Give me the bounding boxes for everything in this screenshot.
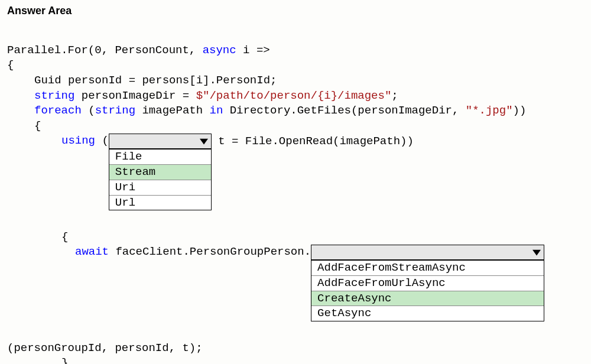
- code-block: Parallel.For(0, PersonCount, async i => …: [7, 28, 584, 364]
- code-line-8: {: [7, 230, 68, 243]
- dropdown-option-url[interactable]: Url: [109, 196, 211, 210]
- code-line-3: Guid personId = persons[i].PersonId;: [7, 74, 277, 87]
- svg-marker-0: [200, 139, 208, 145]
- code-line-11: }: [7, 356, 68, 364]
- dropdown-option-createasync[interactable]: CreateAsync: [311, 291, 544, 307]
- dropdown-option-addfacefromstreamasync[interactable]: AddFaceFromStreamAsync: [311, 261, 544, 276]
- code-line-4: string personImageDir = $"/path/to/perso…: [7, 89, 398, 102]
- code-line-7-pre: using (: [7, 134, 109, 147]
- type-dropdown[interactable]: FileStreamUriUrl: [109, 134, 212, 150]
- dropdown-option-getasync[interactable]: GetAsync: [311, 306, 544, 321]
- code-line-2: {: [7, 58, 14, 72]
- svg-marker-1: [532, 250, 541, 256]
- page-title: Answer Area: [7, 5, 584, 17]
- chevron-down-icon: [530, 245, 544, 259]
- dropdown-option-file[interactable]: File: [109, 150, 211, 165]
- method-dropdown-list: AddFaceFromStreamAsyncAddFaceFromUrlAsyn…: [311, 260, 544, 321]
- method-dropdown[interactable]: AddFaceFromStreamAsyncAddFaceFromUrlAsyn…: [311, 245, 544, 261]
- code-line-10: (personGroupId, personId, t);: [7, 342, 203, 355]
- chevron-down-icon: [197, 134, 211, 148]
- dropdown-option-stream[interactable]: Stream: [109, 165, 211, 180]
- dropdown-option-uri[interactable]: Uri: [109, 180, 211, 196]
- code-line-9-pre: await faceClient.PersonGroupPerson.: [7, 245, 311, 258]
- code-line-1: Parallel.For(0, PersonCount, async i =>: [7, 44, 270, 57]
- dropdown-option-addfacefromurlasync[interactable]: AddFaceFromUrlAsync: [311, 276, 544, 291]
- type-dropdown-list: FileStreamUriUrl: [109, 149, 212, 210]
- code-line-6: {: [7, 119, 41, 132]
- code-line-5: foreach (string imagePath in Directory.G…: [7, 104, 526, 117]
- code-line-7-post: t = File.OpenRead(imagePath)): [212, 135, 414, 148]
